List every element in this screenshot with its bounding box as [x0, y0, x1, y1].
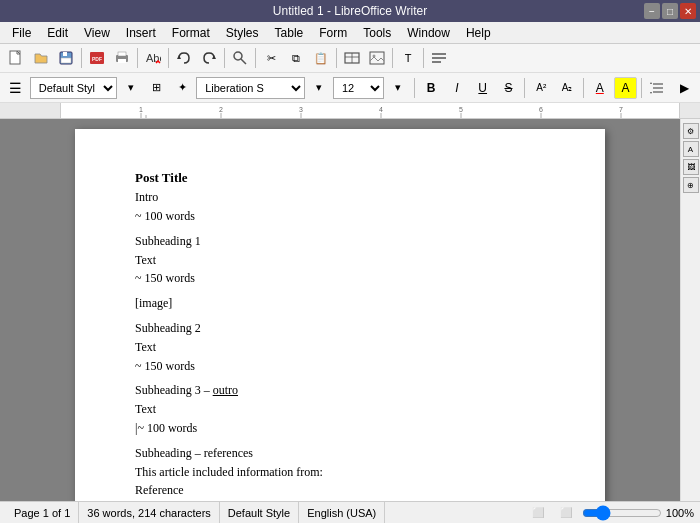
text1-line: Text: [135, 252, 545, 269]
svg-marker-28: [650, 92, 652, 94]
app-title: Untitled 1 - LibreOffice Writer: [273, 4, 427, 18]
svg-marker-27: [650, 82, 652, 84]
font-size-dropdown-button[interactable]: ▾: [386, 76, 410, 100]
minimize-button[interactable]: −: [644, 3, 660, 19]
menu-tools[interactable]: Tools: [355, 24, 399, 42]
maximize-button[interactable]: □: [662, 3, 678, 19]
font-color-button[interactable]: A: [588, 77, 612, 99]
toolbar-sep-2: [137, 48, 138, 68]
text3-line: Text: [135, 401, 545, 418]
menu-help[interactable]: Help: [458, 24, 499, 42]
style-side-button[interactable]: ☰: [4, 76, 28, 100]
references-intro-line: This article included information from:: [135, 464, 545, 481]
ruler: 1 2 3 4 5 6 7: [0, 103, 700, 119]
strikethrough-button[interactable]: S: [497, 77, 521, 99]
svg-text:1: 1: [139, 106, 143, 113]
paragraph-spacing-button[interactable]: [646, 77, 670, 99]
textbox-button[interactable]: T: [396, 46, 420, 70]
main-toolbar: PDF Abc ✂ ⧉ 📋 T: [0, 44, 700, 73]
new-button[interactable]: [4, 46, 28, 70]
status-bar: Page 1 of 1 36 words, 214 characters Def…: [0, 501, 700, 523]
paper[interactable]: Post Title Intro ~ 100 words Subheading …: [75, 129, 605, 501]
menu-view[interactable]: View: [76, 24, 118, 42]
table-insert-button[interactable]: [340, 46, 364, 70]
sidebar-icon-2[interactable]: A: [683, 141, 699, 157]
status-right: ⬜ ⬜ 100%: [526, 501, 694, 524]
list-button[interactable]: [427, 46, 451, 70]
svg-rect-5: [61, 58, 71, 63]
fmt-sep-4: [641, 78, 642, 98]
insert-image-button[interactable]: [365, 46, 389, 70]
print-button[interactable]: [110, 46, 134, 70]
language-section: English (USA): [299, 502, 385, 523]
close-button[interactable]: ✕: [680, 3, 696, 19]
superscript-button[interactable]: A²: [529, 77, 553, 99]
sidebar-icon-4[interactable]: ⊕: [683, 177, 699, 193]
font-name-select[interactable]: Liberation S: [196, 77, 305, 99]
save-button[interactable]: [54, 46, 78, 70]
menu-form[interactable]: Form: [311, 24, 355, 42]
subheading3-block: Subheading 3 – outro Text |~ 100 words: [135, 382, 545, 436]
bold-button[interactable]: B: [419, 77, 443, 99]
svg-marker-12: [177, 55, 181, 59]
subheading1-line: Subheading 1: [135, 233, 545, 250]
style-section: Default Style: [220, 502, 299, 523]
page-info-section: Page 1 of 1: [6, 502, 79, 523]
fmt-sep-1: [414, 78, 415, 98]
menu-window[interactable]: Window: [399, 24, 458, 42]
menu-insert[interactable]: Insert: [118, 24, 164, 42]
sidebar-icon-1[interactable]: ⚙: [683, 123, 699, 139]
svg-text:6: 6: [539, 106, 543, 113]
underline-button[interactable]: U: [471, 77, 495, 99]
spellcheck-button[interactable]: Abc: [141, 46, 165, 70]
main-area: Post Title Intro ~ 100 words Subheading …: [0, 119, 700, 501]
intro-line: Intro: [135, 189, 545, 206]
font-dropdown-button[interactable]: ▾: [307, 76, 331, 100]
subheading2-line: Subheading 2: [135, 320, 545, 337]
format-sidebar-btn1[interactable]: ⊞: [145, 76, 169, 100]
menu-styles[interactable]: Styles: [218, 24, 267, 42]
toolbar-sep-6: [336, 48, 337, 68]
more-format-button[interactable]: ▶: [672, 77, 696, 99]
references-block: Subheading – references This article inc…: [135, 445, 545, 501]
highlight-button[interactable]: A: [614, 77, 638, 99]
document-area[interactable]: Post Title Intro ~ 100 words Subheading …: [0, 119, 680, 501]
fmt-sep-3: [583, 78, 584, 98]
toolbar-sep-3: [168, 48, 169, 68]
window-controls: − □ ✕: [644, 3, 696, 19]
cut-button[interactable]: ✂: [259, 46, 283, 70]
style-status: Default Style: [228, 507, 290, 519]
svg-rect-19: [370, 52, 384, 64]
subheading3-line: Subheading 3 – outro: [135, 382, 545, 399]
subscript-button[interactable]: A₂: [555, 77, 579, 99]
redo-button[interactable]: [197, 46, 221, 70]
format-sidebar-btn2[interactable]: ✦: [170, 76, 194, 100]
zoom-slider[interactable]: [582, 505, 662, 521]
text2-line: Text: [135, 339, 545, 356]
undo-button[interactable]: [172, 46, 196, 70]
post-title-block: Post Title Intro ~ 100 words: [135, 169, 545, 225]
italic-button[interactable]: I: [445, 77, 469, 99]
sidebar-icon-3[interactable]: 🖼: [683, 159, 699, 175]
word-count-100: ~ 100 words: [135, 208, 545, 225]
menu-table[interactable]: Table: [267, 24, 312, 42]
find-button[interactable]: [228, 46, 252, 70]
font-size-select[interactable]: 12: [333, 77, 385, 99]
style-dropdown-button[interactable]: ▾: [119, 76, 143, 100]
copy-button[interactable]: ⧉: [284, 46, 308, 70]
toolbar-sep-7: [392, 48, 393, 68]
menu-format[interactable]: Format: [164, 24, 218, 42]
toolbar-sep-4: [224, 48, 225, 68]
menu-edit[interactable]: Edit: [39, 24, 76, 42]
paste-button[interactable]: 📋: [309, 46, 333, 70]
svg-text:2: 2: [219, 106, 223, 113]
paragraph-style-select[interactable]: Default Styl: [30, 77, 117, 99]
menu-file[interactable]: File: [4, 24, 39, 42]
pdf-button[interactable]: PDF: [85, 46, 109, 70]
svg-rect-9: [118, 52, 126, 56]
toolbar-sep-8: [423, 48, 424, 68]
view-web-button[interactable]: ⬜: [554, 501, 578, 524]
view-normal-button[interactable]: ⬜: [526, 501, 550, 524]
toolbar-sep-1: [81, 48, 82, 68]
open-button[interactable]: [29, 46, 53, 70]
